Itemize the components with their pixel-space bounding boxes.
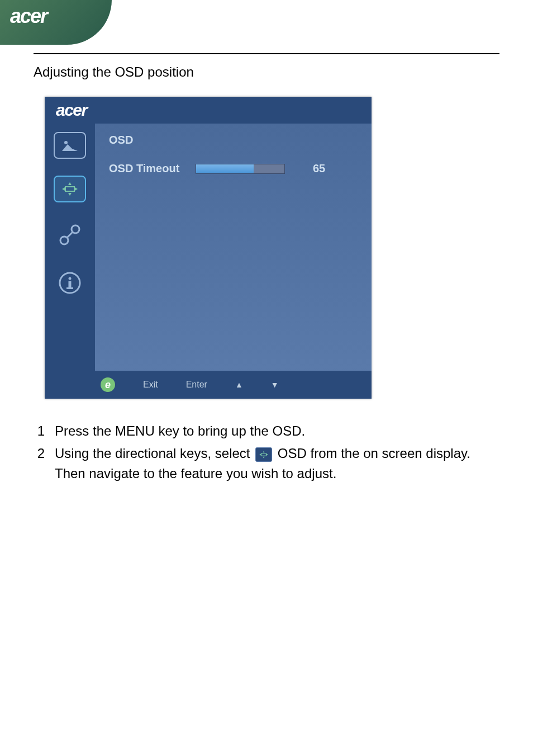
osd-section-label: OSD (109, 134, 358, 147)
steps-list: 1 Press the MENU key to bring up the OSD… (34, 421, 499, 484)
divider (34, 53, 499, 54)
svg-point-4 (72, 225, 79, 233)
picture-icon[interactable] (54, 132, 86, 159)
inline-osd-icon (255, 447, 272, 462)
osd-footer: e Exit Enter ▲ ▼ (45, 371, 372, 399)
osd-timeout-label: OSD Timeout (109, 162, 184, 175)
osd-timeout-value: 65 (313, 162, 325, 175)
step-2-text: Using the directional keys, select OSD f… (55, 443, 499, 484)
svg-rect-9 (66, 287, 73, 289)
step-2: 2 Using the directional keys, select OSD… (34, 443, 499, 484)
osd-position-icon[interactable] (54, 176, 86, 202)
arrow-up-icon[interactable]: ▲ (235, 380, 243, 389)
svg-rect-2 (65, 187, 74, 191)
footer-enter[interactable]: Enter (186, 380, 207, 390)
svg-line-5 (67, 232, 73, 238)
settings-icon[interactable] (54, 219, 86, 251)
osd-screenshot: acer (45, 97, 372, 399)
step-2-before: Using the directional keys, select (55, 446, 254, 461)
osd-timeout-row: OSD Timeout 65 (109, 162, 358, 175)
step-1-text: Press the MENU key to bring up the OSD. (55, 421, 499, 441)
section-title: Adjusting the OSD position (34, 64, 499, 80)
svg-point-7 (69, 277, 72, 280)
osd-slider-fill (196, 164, 254, 173)
osd-timeout-slider[interactable] (196, 164, 285, 174)
step-1: 1 Press the MENU key to bring up the OSD… (34, 421, 499, 441)
footer-exit[interactable]: Exit (143, 380, 158, 390)
osd-brand-logo: acer (56, 101, 87, 120)
header-swoosh: acer (0, 0, 112, 45)
svg-rect-10 (261, 453, 266, 455)
e-icon-badge: e (101, 377, 115, 392)
page-content: Adjusting the OSD position acer (34, 53, 499, 486)
svg-point-3 (60, 237, 68, 244)
osd-sidebar (45, 124, 95, 371)
arrow-down-icon[interactable]: ▼ (271, 380, 279, 389)
step-1-num: 1 (34, 421, 45, 441)
step-2-num: 2 (34, 443, 45, 484)
osd-main: OSD OSD Timeout 65 (95, 124, 372, 371)
info-icon[interactable] (54, 267, 86, 299)
footer-e-icon[interactable]: e (101, 377, 115, 392)
svg-point-1 (64, 141, 68, 144)
osd-header: acer (45, 97, 372, 124)
brand-logo: acer (10, 4, 47, 28)
osd-body: OSD OSD Timeout 65 (45, 124, 372, 371)
